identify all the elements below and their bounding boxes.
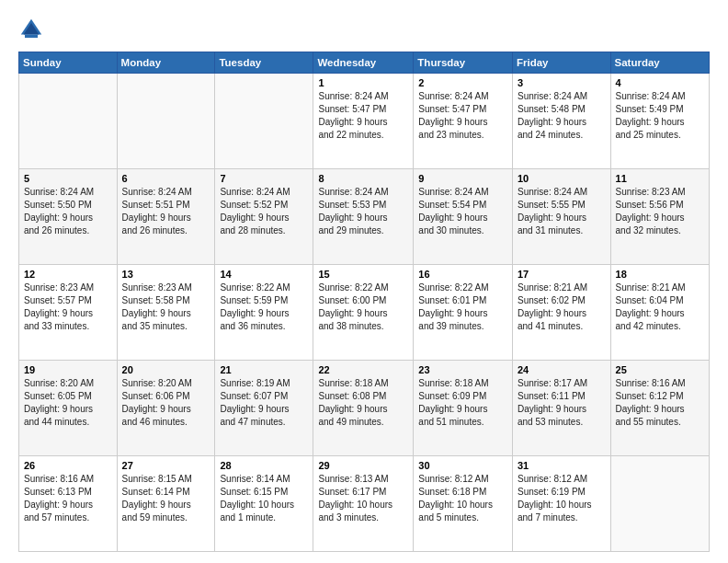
logo-icon	[18, 17, 44, 42]
weekday-header-sunday: Sunday	[19, 52, 118, 74]
day-number: 13	[122, 269, 210, 280]
empty-cell	[117, 74, 215, 169]
day-number: 4	[616, 77, 704, 88]
day-number: 25	[616, 364, 704, 375]
day-info: Sunrise: 8:21 AM Sunset: 6:02 PM Dayligh…	[518, 282, 606, 333]
day-cell-31: 31Sunrise: 8:12 AM Sunset: 6:19 PM Dayli…	[513, 456, 611, 552]
day-number: 14	[220, 269, 308, 280]
day-number: 15	[318, 269, 408, 280]
day-info: Sunrise: 8:24 AM Sunset: 5:54 PM Dayligh…	[418, 186, 507, 237]
day-number: 18	[616, 269, 704, 280]
day-info: Sunrise: 8:13 AM Sunset: 6:17 PM Dayligh…	[318, 473, 408, 524]
day-info: Sunrise: 8:24 AM Sunset: 5:47 PM Dayligh…	[418, 90, 507, 142]
day-number: 17	[518, 269, 606, 280]
empty-cell	[610, 456, 709, 552]
day-number: 30	[418, 460, 507, 471]
day-cell-1: 1Sunrise: 8:24 AM Sunset: 5:47 PM Daylig…	[313, 74, 414, 169]
calendar-header: SundayMondayTuesdayWednesdayThursdayFrid…	[19, 52, 710, 74]
weekday-header-thursday: Thursday	[414, 52, 513, 74]
day-number: 26	[24, 460, 112, 471]
day-cell-22: 22Sunrise: 8:18 AM Sunset: 6:08 PM Dayli…	[313, 361, 414, 456]
day-info: Sunrise: 8:15 AM Sunset: 6:14 PM Dayligh…	[122, 473, 210, 524]
day-cell-27: 27Sunrise: 8:15 AM Sunset: 6:14 PM Dayli…	[117, 456, 215, 552]
day-info: Sunrise: 8:24 AM Sunset: 5:47 PM Dayligh…	[318, 90, 408, 142]
day-number: 31	[518, 460, 606, 471]
day-number: 20	[122, 364, 210, 375]
day-number: 5	[24, 173, 112, 184]
day-cell-9: 9Sunrise: 8:24 AM Sunset: 5:54 PM Daylig…	[414, 169, 513, 265]
day-cell-7: 7Sunrise: 8:24 AM Sunset: 5:52 PM Daylig…	[215, 169, 313, 265]
day-info: Sunrise: 8:23 AM Sunset: 5:57 PM Dayligh…	[24, 282, 112, 333]
day-cell-17: 17Sunrise: 8:21 AM Sunset: 6:02 PM Dayli…	[513, 265, 611, 361]
week-row-1: 1Sunrise: 8:24 AM Sunset: 5:47 PM Daylig…	[19, 74, 710, 169]
day-number: 21	[220, 364, 308, 375]
day-number: 3	[518, 77, 606, 88]
day-cell-4: 4Sunrise: 8:24 AM Sunset: 5:49 PM Daylig…	[610, 74, 709, 169]
day-number: 22	[318, 364, 408, 375]
day-info: Sunrise: 8:22 AM Sunset: 5:59 PM Dayligh…	[220, 282, 308, 333]
day-cell-8: 8Sunrise: 8:24 AM Sunset: 5:53 PM Daylig…	[313, 169, 414, 265]
day-number: 12	[24, 269, 112, 280]
calendar-table: SundayMondayTuesdayWednesdayThursdayFrid…	[18, 52, 710, 552]
day-cell-18: 18Sunrise: 8:21 AM Sunset: 6:04 PM Dayli…	[610, 265, 709, 361]
day-info: Sunrise: 8:18 AM Sunset: 6:08 PM Dayligh…	[318, 377, 408, 429]
day-cell-23: 23Sunrise: 8:18 AM Sunset: 6:09 PM Dayli…	[414, 361, 513, 456]
weekday-header-wednesday: Wednesday	[313, 52, 414, 74]
day-info: Sunrise: 8:22 AM Sunset: 6:01 PM Dayligh…	[418, 282, 507, 333]
day-cell-20: 20Sunrise: 8:20 AM Sunset: 6:06 PM Dayli…	[117, 361, 215, 456]
weekday-header-friday: Friday	[513, 52, 611, 74]
day-cell-19: 19Sunrise: 8:20 AM Sunset: 6:05 PM Dayli…	[19, 361, 118, 456]
day-cell-3: 3Sunrise: 8:24 AM Sunset: 5:48 PM Daylig…	[513, 74, 611, 169]
day-cell-25: 25Sunrise: 8:16 AM Sunset: 6:12 PM Dayli…	[610, 361, 709, 456]
day-number: 10	[518, 173, 606, 184]
day-info: Sunrise: 8:23 AM Sunset: 5:56 PM Dayligh…	[616, 186, 704, 237]
header	[18, 17, 710, 42]
day-info: Sunrise: 8:21 AM Sunset: 6:04 PM Dayligh…	[616, 282, 704, 333]
day-cell-16: 16Sunrise: 8:22 AM Sunset: 6:01 PM Dayli…	[414, 265, 513, 361]
day-info: Sunrise: 8:16 AM Sunset: 6:13 PM Dayligh…	[24, 473, 112, 524]
calendar-body: 1Sunrise: 8:24 AM Sunset: 5:47 PM Daylig…	[19, 74, 710, 552]
day-info: Sunrise: 8:24 AM Sunset: 5:50 PM Dayligh…	[24, 186, 112, 237]
day-number: 29	[318, 460, 408, 471]
day-number: 19	[24, 364, 112, 375]
week-row-4: 19Sunrise: 8:20 AM Sunset: 6:05 PM Dayli…	[19, 361, 710, 456]
weekday-header-tuesday: Tuesday	[215, 52, 313, 74]
day-info: Sunrise: 8:18 AM Sunset: 6:09 PM Dayligh…	[418, 377, 507, 429]
day-cell-10: 10Sunrise: 8:24 AM Sunset: 5:55 PM Dayli…	[513, 169, 611, 265]
day-info: Sunrise: 8:16 AM Sunset: 6:12 PM Dayligh…	[616, 377, 704, 429]
day-number: 11	[616, 173, 704, 184]
day-cell-28: 28Sunrise: 8:14 AM Sunset: 6:15 PM Dayli…	[215, 456, 313, 552]
day-number: 23	[418, 364, 507, 375]
day-info: Sunrise: 8:23 AM Sunset: 5:58 PM Dayligh…	[122, 282, 210, 333]
day-cell-30: 30Sunrise: 8:12 AM Sunset: 6:18 PM Dayli…	[414, 456, 513, 552]
day-cell-24: 24Sunrise: 8:17 AM Sunset: 6:11 PM Dayli…	[513, 361, 611, 456]
day-cell-26: 26Sunrise: 8:16 AM Sunset: 6:13 PM Dayli…	[19, 456, 118, 552]
day-cell-11: 11Sunrise: 8:23 AM Sunset: 5:56 PM Dayli…	[610, 169, 709, 265]
day-cell-21: 21Sunrise: 8:19 AM Sunset: 6:07 PM Dayli…	[215, 361, 313, 456]
day-info: Sunrise: 8:14 AM Sunset: 6:15 PM Dayligh…	[220, 473, 308, 524]
weekday-header-monday: Monday	[117, 52, 215, 74]
day-info: Sunrise: 8:12 AM Sunset: 6:18 PM Dayligh…	[418, 473, 507, 524]
empty-cell	[19, 74, 118, 169]
day-info: Sunrise: 8:22 AM Sunset: 6:00 PM Dayligh…	[318, 282, 408, 333]
day-number: 9	[418, 173, 507, 184]
day-number: 6	[122, 173, 210, 184]
logo	[18, 17, 48, 42]
day-cell-13: 13Sunrise: 8:23 AM Sunset: 5:58 PM Dayli…	[117, 265, 215, 361]
day-info: Sunrise: 8:20 AM Sunset: 6:06 PM Dayligh…	[122, 377, 210, 429]
day-info: Sunrise: 8:19 AM Sunset: 6:07 PM Dayligh…	[220, 377, 308, 429]
day-number: 7	[220, 173, 308, 184]
day-cell-6: 6Sunrise: 8:24 AM Sunset: 5:51 PM Daylig…	[117, 169, 215, 265]
day-info: Sunrise: 8:12 AM Sunset: 6:19 PM Dayligh…	[518, 473, 606, 524]
day-info: Sunrise: 8:24 AM Sunset: 5:52 PM Dayligh…	[220, 186, 308, 237]
day-number: 27	[122, 460, 210, 471]
weekday-row: SundayMondayTuesdayWednesdayThursdayFrid…	[19, 52, 710, 74]
calendar-page: SundayMondayTuesdayWednesdayThursdayFrid…	[0, 0, 728, 563]
svg-rect-2	[25, 35, 38, 39]
day-info: Sunrise: 8:24 AM Sunset: 5:53 PM Dayligh…	[318, 186, 408, 237]
week-row-2: 5Sunrise: 8:24 AM Sunset: 5:50 PM Daylig…	[19, 169, 710, 265]
day-cell-29: 29Sunrise: 8:13 AM Sunset: 6:17 PM Dayli…	[313, 456, 414, 552]
day-info: Sunrise: 8:20 AM Sunset: 6:05 PM Dayligh…	[24, 377, 112, 429]
day-number: 2	[418, 77, 507, 88]
day-cell-12: 12Sunrise: 8:23 AM Sunset: 5:57 PM Dayli…	[19, 265, 118, 361]
